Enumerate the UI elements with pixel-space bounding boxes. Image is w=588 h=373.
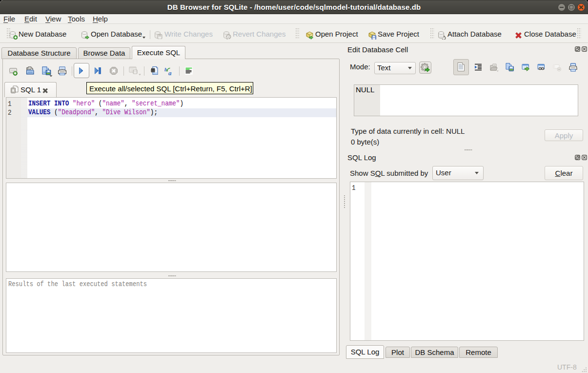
svg-text:a: a xyxy=(168,69,172,75)
